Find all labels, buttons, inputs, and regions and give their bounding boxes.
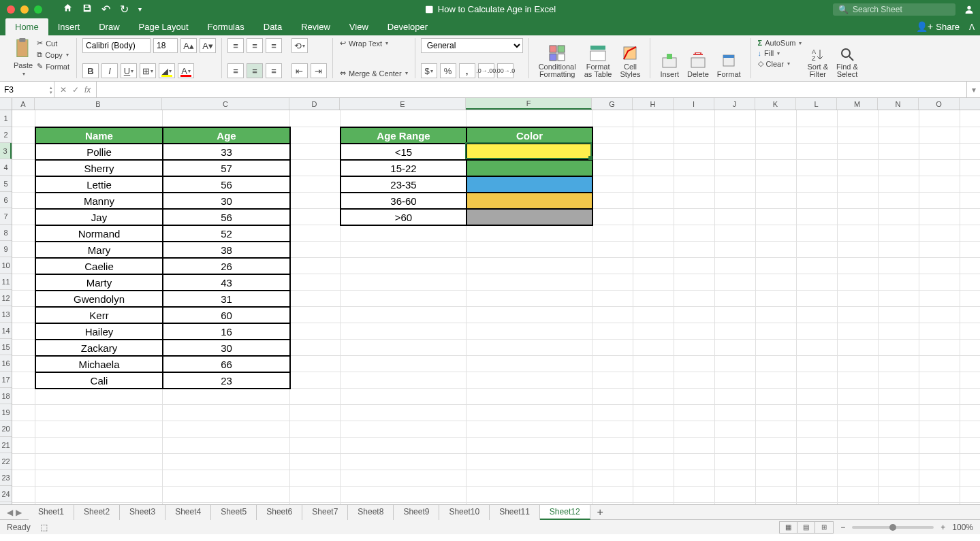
- table1-cell[interactable]: 26: [163, 258, 290, 274]
- row-header-24[interactable]: 24: [0, 486, 12, 502]
- table1-cell[interactable]: 38: [163, 242, 290, 258]
- align-middle-button[interactable]: ≡: [247, 38, 263, 53]
- cells-area[interactable]: NameAgePollie33Sherry57Lettie56Manny30Ja…: [12, 110, 980, 504]
- normal-view-button[interactable]: ▦: [780, 522, 797, 533]
- age-range-cell[interactable]: >60: [341, 209, 467, 225]
- paste-button[interactable]: Paste ▾: [11, 38, 35, 78]
- row-header-7[interactable]: 7: [0, 208, 12, 225]
- increase-decimal-button[interactable]: .0→.00: [478, 63, 494, 78]
- delete-cells-button[interactable]: Delete: [683, 38, 713, 78]
- cancel-formula-icon[interactable]: ✕: [60, 85, 67, 95]
- sheet-tab-sheet11[interactable]: Sheet11: [490, 505, 540, 520]
- table1-cell[interactable]: Normand: [35, 225, 163, 242]
- font-size-select[interactable]: [153, 38, 178, 53]
- underline-button[interactable]: U▾: [121, 63, 137, 78]
- row-header-25[interactable]: 25: [0, 502, 12, 504]
- sheet-tab-sheet8[interactable]: Sheet8: [348, 505, 394, 520]
- tab-home[interactable]: Home: [5, 18, 48, 35]
- row-header-17[interactable]: 17: [0, 372, 12, 388]
- tab-draw[interactable]: Draw: [89, 18, 129, 35]
- col-header-K[interactable]: K: [755, 98, 796, 110]
- increase-font-button[interactable]: A▴: [180, 38, 197, 53]
- table1-cell[interactable]: Zackary: [35, 340, 163, 356]
- user-icon[interactable]: [964, 4, 975, 15]
- row-header-23[interactable]: 23: [0, 470, 12, 486]
- row-header-16[interactable]: 16: [0, 355, 12, 372]
- expand-formula-bar-icon[interactable]: ▾: [966, 82, 980, 97]
- table1-cell[interactable]: 57: [163, 160, 290, 176]
- color-cell[interactable]: [467, 144, 592, 160]
- tab-review[interactable]: Review: [291, 18, 340, 35]
- table1-cell[interactable]: 33: [163, 144, 290, 160]
- sheet-nav-prev-icon[interactable]: ◀: [7, 508, 13, 517]
- search-sheet-input[interactable]: 🔍 Search Sheet: [833, 3, 955, 16]
- col-header-M[interactable]: M: [837, 98, 878, 110]
- table1-cell[interactable]: 30: [163, 340, 290, 356]
- align-bottom-button[interactable]: ≡: [266, 38, 282, 53]
- table1-cell[interactable]: Kerr: [35, 307, 163, 323]
- table1-cell[interactable]: Gwendolyn: [35, 291, 163, 307]
- italic-button[interactable]: I: [101, 63, 118, 78]
- format-painter-button[interactable]: ✎Format: [35, 61, 71, 71]
- font-color-button[interactable]: A▾: [178, 63, 194, 78]
- col-header-E[interactable]: E: [340, 98, 466, 110]
- row-header-2[interactable]: 2: [0, 127, 12, 143]
- save-icon[interactable]: [82, 3, 92, 16]
- row-header-21[interactable]: 21: [0, 437, 12, 453]
- table1-cell[interactable]: Sherry: [35, 160, 163, 176]
- row-header-12[interactable]: 12: [0, 290, 12, 306]
- find-select-button[interactable]: Find & Select: [832, 38, 862, 78]
- select-all-corner[interactable]: [0, 98, 12, 110]
- wrap-text-button[interactable]: ↩Wrap Text▾: [338, 38, 409, 48]
- col-header-D[interactable]: D: [289, 98, 340, 110]
- col-header-F[interactable]: F: [466, 98, 592, 110]
- row-header-9[interactable]: 9: [0, 241, 12, 257]
- cell-styles-button[interactable]: Cell Styles: [616, 38, 644, 78]
- zoom-out-button[interactable]: −: [840, 523, 845, 532]
- age-range-color-table[interactable]: Age RangeColor<1515-2223-3536-60>60: [340, 127, 593, 226]
- decrease-decimal-button[interactable]: .00→.0: [497, 63, 513, 78]
- add-sheet-button[interactable]: +: [590, 506, 610, 519]
- sheet-tab-sheet2[interactable]: Sheet2: [74, 505, 120, 520]
- table1-cell[interactable]: 31: [163, 291, 290, 307]
- sheet-tab-sheet12[interactable]: Sheet12: [540, 505, 590, 520]
- col-header-B[interactable]: B: [35, 98, 162, 110]
- table1-cell[interactable]: 60: [163, 307, 290, 323]
- table1-cell[interactable]: Lettie: [35, 176, 163, 193]
- zoom-slider[interactable]: [852, 526, 934, 529]
- format-as-table-button[interactable]: Format as Table: [580, 38, 616, 78]
- table1-cell[interactable]: 30: [163, 193, 290, 209]
- table1-cell[interactable]: 16: [163, 323, 290, 340]
- decrease-font-button[interactable]: A▾: [200, 38, 216, 53]
- tab-developer[interactable]: Developer: [378, 18, 437, 35]
- color-cell[interactable]: [467, 160, 592, 176]
- tab-page-layout[interactable]: Page Layout: [129, 18, 198, 35]
- name-age-table[interactable]: NameAgePollie33Sherry57Lettie56Manny30Ja…: [35, 127, 291, 389]
- comma-button[interactable]: ,: [459, 63, 475, 78]
- sheet-tab-sheet1[interactable]: Sheet1: [29, 505, 74, 520]
- align-center-button[interactable]: ≡: [247, 63, 263, 78]
- sheet-tab-sheet6[interactable]: Sheet6: [257, 505, 302, 520]
- row-header-5[interactable]: 5: [0, 176, 12, 192]
- fill-button[interactable]: ↓Fill▾: [757, 48, 804, 58]
- col-header-A[interactable]: A: [12, 98, 35, 110]
- table1-cell[interactable]: Cali: [35, 372, 163, 389]
- format-cells-button[interactable]: Format: [713, 38, 745, 78]
- row-header-13[interactable]: 13: [0, 306, 12, 323]
- number-format-select[interactable]: General: [421, 38, 523, 53]
- row-header-3[interactable]: 3: [0, 143, 12, 159]
- fill-color-button[interactable]: ◢▾: [159, 63, 175, 78]
- zoom-in-button[interactable]: +: [941, 523, 945, 532]
- table1-cell[interactable]: 52: [163, 225, 290, 242]
- merge-center-button[interactable]: ⇔Merge & Center▾: [338, 68, 409, 78]
- orientation-button[interactable]: ⟲▾: [291, 38, 308, 53]
- table1-cell[interactable]: Manny: [35, 193, 163, 209]
- col-header-H[interactable]: H: [633, 98, 674, 110]
- row-header-14[interactable]: 14: [0, 323, 12, 339]
- row-header-1[interactable]: 1: [0, 110, 12, 127]
- color-cell[interactable]: [467, 176, 592, 193]
- borders-button[interactable]: ⊞▾: [140, 63, 156, 78]
- sheet-tab-sheet5[interactable]: Sheet5: [211, 505, 257, 520]
- table2-header[interactable]: Color: [467, 127, 592, 144]
- col-header-O[interactable]: O: [919, 98, 960, 110]
